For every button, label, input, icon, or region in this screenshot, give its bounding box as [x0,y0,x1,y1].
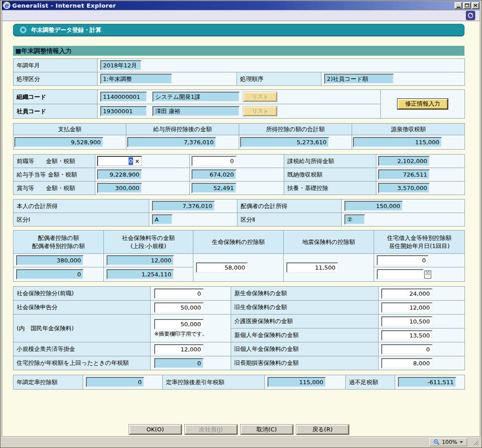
housing-over-field[interactable]: 0 [154,358,204,368]
basic-info-table: 年調年月 2018年12月 処理区分 1:年末調整 処理順序 2)社員コード順 [13,58,465,86]
minimize-button[interactable] [455,2,462,9]
taxable-income-label: 課税給与所得金額 [284,155,376,168]
mutual-aid-input[interactable]: 12,000 [154,344,204,355]
insurance-table: 社会保険控除分(前職) 0 新生命保険料の金額 24,000 社会保険申告分 5… [13,286,465,370]
pension-note: ※摘要欄印字用です。 [154,330,231,338]
summary-header: 源泉徴収税額 [352,124,465,135]
new-life-input[interactable]: 24,000 [381,288,433,299]
org-list-button[interactable]: リスト [243,92,277,102]
resize-grip[interactable] [473,439,479,446]
old-longterm-input[interactable]: 8,000 [381,358,433,368]
flatrate-deduction-field[interactable]: 0 [86,377,144,387]
national-pension-input[interactable]: 50,000 [154,319,204,329]
quake-insurance-header: 地震保険料の控除額 [284,231,374,254]
dependent-deduction-field[interactable]: 3,570,000 [378,183,430,193]
paid-tax-field[interactable]: 726,511 [378,169,430,180]
new-life-label: 新生命保険料の金額 [231,287,379,301]
maximize-button[interactable] [463,2,471,9]
prev-job-label: 前職等 金額・税額 [13,155,95,168]
care-medical-input[interactable]: 10,500 [381,316,433,327]
old-life-label: 旧生命保険料の金額 [231,301,379,315]
after-flatrate-field[interactable]: 115,000 [268,377,326,387]
excess-shortage-field[interactable]: -611,511 [398,377,456,387]
spouse-income-field[interactable]: 150,000 [344,201,403,211]
employee-table: 組織コード 1140000001 システム開発1課 リスト 修正情報入力 社員コ… [13,89,465,119]
withholding-tax-field[interactable]: 115,000 [353,137,442,147]
salary-tax-field[interactable]: 674,020 [192,169,237,180]
housing-over-label: 住宅控除が年税額を上回ったときの年税額 [13,356,151,370]
ie-logo-icon: e [3,1,11,9]
life-insurance-input[interactable]: 58,000 [196,262,248,273]
old-pension-input[interactable]: 0 [381,344,433,355]
prev-job-amount-input[interactable]: 0× [97,156,142,166]
zoom-level: 100% [442,439,457,445]
title-bar: e Generalist - Internet Explorer [2,1,480,10]
summary-header: 給与所得控除後の金額 [126,124,239,135]
social-declared-input[interactable]: 50,000 [154,302,204,313]
social-prev-input[interactable]: 0 [154,288,204,299]
bonus-amount-field[interactable]: 300,000 [97,183,142,193]
shori-junjo-field[interactable]: 2)社員コード順 [324,74,394,84]
next-employee-button[interactable]: 次社員(J) [185,425,237,435]
org-code-field[interactable]: 1140000001 [100,92,147,102]
flatrate-deduction-label: 年調定率控除額 [13,375,83,390]
close-icon [473,4,478,7]
prev-job-tax-input[interactable]: 0 [192,156,237,166]
total-deduction-field[interactable]: 5,273,610 [240,137,329,147]
maximize-icon [465,4,469,7]
final-table: 年調定率控除額 0 定率控除後差引年税額 115,000 過不足税額 -611,… [13,375,465,390]
quake-insurance-input[interactable]: 11,500 [286,262,338,273]
excess-shortage-label: 過不足税額 [346,375,395,390]
housing-loan-header: 住宅借入金等特別控除額居住開始年月日(1回目) [374,231,465,254]
kubun2-field[interactable]: ② [344,214,365,225]
after-deduction-field[interactable]: 7,376,010 [127,137,216,147]
housing-date-input[interactable] [377,269,424,279]
window-title: Generalist - Internet Explorer [12,2,455,9]
social-lower-field[interactable]: 1,254,110 [107,269,174,279]
status-bar: 100% [2,437,480,447]
emp-name-field[interactable]: 澤田 康裕 [152,106,240,116]
bonus-tax-field[interactable]: 52,491 [192,183,237,193]
bonus-label: 賞与等 金額・税額 [13,182,95,195]
social-prev-label: 社会保険控除分(前職) [13,287,151,301]
payment-amount-field[interactable]: 9,528,900 [14,137,103,147]
action-buttons: OK(O) 次社員(J) 取消(C) 戻る(R) [13,425,464,435]
spouse-deduction-field[interactable]: 380,000 [16,255,84,266]
old-life-input[interactable]: 12,000 [381,302,433,313]
self-income-field[interactable]: 7,376,010 [152,201,215,211]
cancel-button[interactable]: 取消(C) [241,425,293,435]
kubun1-field[interactable]: A [152,214,173,225]
shori-kubun-field[interactable]: 1:年末調整 [100,74,172,84]
org-name-field[interactable]: システム開発1課 [152,92,240,102]
mutual-aid-label: 小規模企業共済等掛金 [13,342,151,356]
zoom-control[interactable]: 100% [429,438,467,446]
edit-info-button[interactable]: 修正情報入力 [397,99,448,109]
paid-tax-label: 既納徴収税額 [284,168,376,182]
nenchou-field[interactable]: 2018年12月 [100,60,142,71]
housing-deduction-input[interactable]: 0 [377,255,428,266]
spouse-income-label: 配偶者の合計所得 [237,200,342,213]
old-pension-label: 旧個人年金保険料の金額 [231,342,379,356]
emp-code-field[interactable]: 19300001 [100,106,147,116]
page-content: 年末調整データ登録・計算 ■年末調整情報入力 年調年月 2018年12月 処理区… [2,21,480,437]
social-upper-field[interactable]: 12,000 [107,255,174,266]
svg-text:e: e [4,2,9,9]
social-insurance-header: 社会保険料等の金額(上段:小規模) [104,231,193,254]
back-button[interactable]: 戻る(R) [296,425,349,435]
summary-table: 支払金額 給与所得控除後の金額 所得控除の額の合計額 源泉徴収税額 9,528,… [13,123,465,150]
clear-input-icon[interactable]: × [135,159,139,164]
emp-list-button[interactable]: リスト [243,106,277,116]
new-pension-input[interactable]: 13,500 [381,330,433,341]
salary-amount-field[interactable]: 9,228,900 [97,169,142,180]
calendar-icon[interactable]: 31 [424,271,431,279]
taxable-income-field[interactable]: 2,102,000 [378,156,430,166]
care-medical-label: 介護医療保険料の金額 [231,315,379,328]
close-button[interactable] [472,2,479,9]
ok-button[interactable]: OK(O) [129,425,182,435]
spouse-special-field[interactable]: 0 [16,269,84,279]
social-declared-label: 社会保険申告分 [13,301,151,315]
after-flatrate-label: 定率控除後差引年税額 [163,375,265,390]
totals-table: 本人の合計所得 7,376,010 配偶者の合計所得 150,000 区分Ⅰ A… [13,199,465,226]
sync-icon [466,11,475,20]
minimize-icon [457,7,460,8]
